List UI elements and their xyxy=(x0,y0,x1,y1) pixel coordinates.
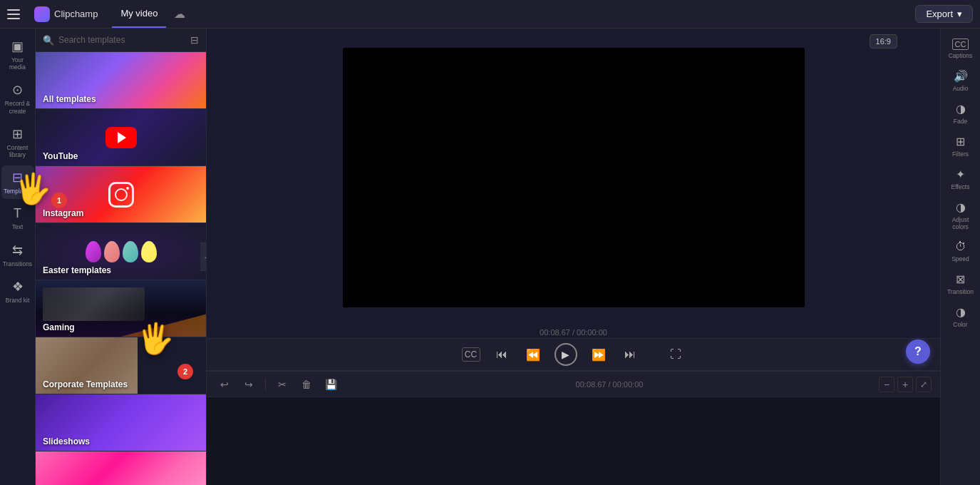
right-tool-effects[interactable]: ✦ Effects xyxy=(943,163,979,195)
transition-icon: ⊠ xyxy=(956,272,965,286)
sidebar-item-text[interactable]: T Text xyxy=(1,202,34,235)
library-icon: ⊞ xyxy=(12,126,23,142)
easter-egg-4 xyxy=(141,241,157,262)
playback-controls: CC ⏮ ⏪ ▶ ⏩ ⏭ ⛶ xyxy=(207,338,940,371)
gaming-glitch xyxy=(43,287,145,321)
topbar: Clipchamp My video ☁ Export ▾ xyxy=(0,0,980,29)
cursor-badge-2: 2 xyxy=(177,364,193,379)
delete-button[interactable]: 🗑 xyxy=(297,375,316,394)
sidebar-item-your-media[interactable]: ▣ Your media xyxy=(1,34,34,75)
right-tool-transition[interactable]: ⊠ Transition xyxy=(943,268,979,300)
zoom-out-button[interactable]: − xyxy=(879,377,894,392)
right-sidebar: CC Captions 🔊 Audio ◑ Fade ⊞ Filters ✦ E… xyxy=(940,29,980,485)
effects-icon: ✦ xyxy=(956,168,965,181)
speed-icon: ⏱ xyxy=(955,240,966,253)
sidebar-item-record-create[interactable]: ⊙ Record & create xyxy=(1,78,34,118)
right-tool-filters[interactable]: ⊞ Filters xyxy=(943,131,979,162)
main-layout: ▣ Your media ⊙ Record & create ⊞ Content… xyxy=(0,29,980,485)
sidebar-item-brand-kit[interactable]: ❖ Brand kit xyxy=(1,275,34,308)
text-icon: T xyxy=(14,206,21,221)
youtube-play-icon xyxy=(105,127,137,148)
skip-forward-button[interactable]: ⏭ xyxy=(620,344,640,364)
fullscreen-button[interactable]: ⛶ xyxy=(666,344,686,364)
play-button[interactable]: ▶ xyxy=(555,343,577,366)
template-item-all-templates[interactable]: All templates xyxy=(36,52,206,109)
cut-button[interactable]: ✂ xyxy=(273,375,292,394)
collapse-panel-arrow[interactable]: ◀ xyxy=(200,242,207,271)
toolbar-divider-1 xyxy=(265,378,266,391)
adjust-colors-icon: ◑ xyxy=(956,200,966,214)
easter-egg-1 xyxy=(86,241,101,262)
right-tool-fade[interactable]: ◑ Fade xyxy=(943,98,979,129)
search-bar: 🔍 ⊟ xyxy=(36,29,206,52)
help-button[interactable]: ? xyxy=(906,340,930,364)
playback-timestamp: 00:08.67 / 00:00:00 xyxy=(540,328,607,337)
video-preview-area xyxy=(207,29,940,327)
template-label-slideshows: Slideshows xyxy=(43,436,90,446)
export-button[interactable]: Export ▾ xyxy=(915,5,973,23)
template-thumb-balloons xyxy=(36,451,206,485)
templates-list: All templates YouTube Instagram xyxy=(36,52,206,485)
right-tool-captions[interactable]: CC Captions xyxy=(943,34,979,63)
template-label-instagram: Instagram xyxy=(43,208,83,218)
time-display: 00:08.67 / 00:00:00 xyxy=(207,327,940,338)
cloud-icon: ☁ xyxy=(172,6,187,22)
templates-panel: 🔍 ⊟ All templates YouTube xyxy=(36,29,207,485)
zoom-in-button[interactable]: + xyxy=(897,377,913,392)
chevron-down-icon: ▾ xyxy=(957,9,962,19)
expand-timeline-button[interactable]: ⤢ xyxy=(916,377,932,392)
search-icon: 🔍 xyxy=(43,35,54,46)
frame-back-button[interactable]: ⏪ xyxy=(523,344,543,364)
captions-icon: CC xyxy=(952,39,969,50)
template-item-slideshows[interactable]: Slideshows xyxy=(36,394,206,451)
template-label-all: All templates xyxy=(43,94,96,104)
menu-icon[interactable] xyxy=(7,4,27,24)
save-button[interactable]: 💾 xyxy=(321,375,340,394)
fade-icon: ◑ xyxy=(956,102,966,116)
right-tool-adjust-colors[interactable]: ◑ Adjustcolors xyxy=(943,196,979,235)
record-icon: ⊙ xyxy=(12,82,23,98)
brand-icon: ❖ xyxy=(12,279,24,295)
template-label-easter: Easter templates xyxy=(43,265,111,275)
zoom-controls: − + ⤢ xyxy=(879,377,932,392)
redo-button[interactable]: ↪ xyxy=(239,375,258,394)
aspect-ratio-button[interactable]: 16:9 xyxy=(870,34,897,48)
filter-icon[interactable]: ⊟ xyxy=(190,34,199,46)
top-right-controls: 16:9 xyxy=(870,34,897,48)
template-item-easter[interactable]: Easter templates xyxy=(36,223,206,280)
icon-sidebar: ▣ Your media ⊙ Record & create ⊞ Content… xyxy=(0,29,36,485)
timeline-area: ↩ ↪ ✂ 🗑 💾 00:08.67 / 00:00:00 − + ⤢ xyxy=(207,371,940,485)
easter-egg-3 xyxy=(123,241,138,262)
transitions-icon: ⇆ xyxy=(12,242,23,258)
timeline-timestamp: 00:08.67 / 00:00:00 xyxy=(346,380,873,389)
frame-forward-button[interactable]: ⏩ xyxy=(589,344,609,364)
cursor-hand-1: 🖐 xyxy=(14,171,51,206)
color-icon: ◑ xyxy=(956,305,966,319)
template-item-balloons[interactable]: Celebrations xyxy=(36,451,206,485)
template-label-corporate: Corporate Templates xyxy=(43,379,128,389)
easter-egg-2 xyxy=(104,241,120,262)
timeline-tracks xyxy=(207,397,940,485)
search-input[interactable] xyxy=(58,35,186,45)
sidebar-item-content-library[interactable]: ⊞ Contentlibrary xyxy=(1,122,34,163)
right-tool-color[interactable]: ◑ Color xyxy=(943,301,979,332)
tab-my-video[interactable]: My video xyxy=(112,0,166,28)
video-canvas xyxy=(343,48,805,307)
right-tool-audio[interactable]: 🔊 Audio xyxy=(943,65,979,96)
center-area: 16:9 00:08.67 / 00:00:00 CC ⏮ ⏪ ▶ ⏩ ⏭ ⛶ … xyxy=(207,29,940,485)
app-logo: Clipchamp xyxy=(34,6,98,22)
sidebar-item-transitions[interactable]: ⇆ Transitions xyxy=(1,238,34,272)
template-item-youtube[interactable]: YouTube xyxy=(36,109,206,166)
skip-back-button[interactable]: ⏮ xyxy=(492,344,512,364)
media-icon: ▣ xyxy=(11,39,24,54)
logo-text: Clipchamp xyxy=(54,9,98,19)
right-tool-speed[interactable]: ⏱ Speed xyxy=(943,236,979,267)
captions-toggle-button[interactable]: CC xyxy=(462,347,480,362)
cursor-badge-1: 1 xyxy=(51,193,67,208)
timeline-toolbar: ↩ ↪ ✂ 🗑 💾 00:08.67 / 00:00:00 − + ⤢ xyxy=(207,372,940,397)
undo-button[interactable]: ↩ xyxy=(215,375,234,394)
template-item-gaming[interactable]: Gaming xyxy=(36,280,206,337)
audio-icon: 🔊 xyxy=(954,69,968,83)
instagram-icon xyxy=(108,182,134,208)
template-label-gaming: Gaming xyxy=(43,322,75,332)
